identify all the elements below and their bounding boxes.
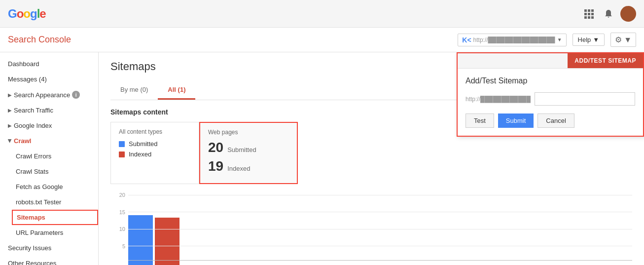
- grid-line-20: 20: [110, 192, 632, 198]
- sidebar-item-sitemaps[interactable]: Sitemaps: [12, 210, 98, 225]
- search-traffic-arrow-icon: ▶: [8, 108, 12, 113]
- popup-btn-bar: ADD/TEST SITEMAP: [458, 53, 643, 69]
- settings-arrow-icon: ▼: [624, 36, 632, 44]
- svg-rect-5: [591, 13, 594, 15]
- sidebar: Dashboard Messages (4) ▶ Search Appearan…: [0, 52, 99, 265]
- grid-label-20: 20: [110, 192, 125, 198]
- topbar: Google: [0, 0, 644, 28]
- indexed-label: Indexed: [227, 165, 250, 172]
- site-selector[interactable]: K< http://████████████████ ▼: [458, 34, 566, 46]
- chart-area: 20 15 10 5: [110, 192, 632, 265]
- main-content: Sitemaps By me (0) All (1) Sitemaps cont…: [99, 52, 644, 265]
- site-url: http://████████████████: [473, 37, 555, 43]
- test-button[interactable]: Test: [465, 114, 494, 128]
- settings-button[interactable]: ⚙ ▼: [610, 33, 636, 47]
- submitted-label: Submitted: [227, 146, 256, 153]
- submit-button[interactable]: Submit: [498, 114, 534, 128]
- sidebar-section-search-appearance[interactable]: ▶ Search Appearance i: [0, 87, 98, 103]
- sidebar-item-search-appearance-label: Search Appearance: [14, 91, 70, 99]
- cancel-button[interactable]: Cancel: [537, 114, 574, 128]
- svg-rect-7: [588, 16, 590, 19]
- bar-group-web: [128, 215, 179, 265]
- gear-icon: ⚙: [615, 35, 622, 44]
- legend-title: All content types: [119, 128, 191, 135]
- sidebar-item-url-parameters[interactable]: URL Parameters: [12, 225, 98, 240]
- sidebar-item-google-index-label: Google Index: [14, 122, 52, 129]
- popup-title: Add/Test Sitemap: [465, 76, 635, 85]
- add-test-sitemap-popup: ADD/TEST SITEMAP Add/Test Sitemap http:/…: [457, 52, 644, 137]
- indexed-color-dot: [119, 151, 125, 157]
- bar-submitted: [128, 215, 153, 265]
- subheader: Search Console K< http://███████████████…: [0, 28, 644, 52]
- submitted-count: 20: [208, 140, 223, 155]
- bar-indexed: [155, 218, 179, 265]
- popup-url-prefix: http://████████████: [465, 96, 531, 103]
- svg-rect-3: [584, 13, 587, 15]
- popup-actions: Test Submit Cancel: [465, 114, 635, 128]
- popup-add-test-button[interactable]: ADD/TEST SITEMAP: [568, 53, 643, 68]
- popup-content: Add/Test Sitemap http://████████████ Tes…: [458, 69, 643, 136]
- help-label: Help: [578, 36, 591, 43]
- google-index-arrow-icon: ▶: [8, 123, 12, 128]
- sitemap-url-input[interactable]: [535, 92, 635, 106]
- svg-rect-4: [588, 13, 590, 15]
- legend-submitted-label: Submitted: [129, 140, 158, 148]
- help-arrow-icon: ▼: [593, 36, 599, 43]
- crawl-arrow-icon: ▶: [7, 139, 13, 143]
- sidebar-item-crawl-stats[interactable]: Crawl Stats: [12, 164, 98, 179]
- legend-indexed-label: Indexed: [129, 151, 151, 158]
- legend-item-indexed: Indexed: [119, 151, 191, 158]
- search-appearance-info-icon: i: [72, 91, 80, 99]
- submitted-color-dot: [119, 141, 125, 147]
- help-button[interactable]: Help ▼: [572, 34, 605, 46]
- popup-input-row: http://████████████: [465, 92, 635, 106]
- svg-rect-1: [588, 9, 590, 12]
- svg-rect-2: [591, 9, 594, 12]
- google-logo: Google: [8, 7, 46, 21]
- chart-bars: [110, 201, 632, 265]
- sidebar-section-google-index[interactable]: ▶ Google Index: [0, 118, 98, 133]
- app-title: Search Console: [8, 35, 71, 45]
- stats-card: Web pages 20 Submitted 19 Indexed: [199, 122, 298, 184]
- sidebar-section-crawl[interactable]: ▶ Crawl: [0, 133, 98, 149]
- legend-item-submitted: Submitted: [119, 140, 191, 148]
- sidebar-item-robots-tester[interactable]: robots.txt Tester: [12, 194, 98, 210]
- main-layout: Dashboard Messages (4) ▶ Search Appearan…: [0, 52, 644, 265]
- svg-rect-8: [591, 16, 594, 19]
- notifications-icon[interactable]: [601, 6, 616, 22]
- search-appearance-arrow-icon: ▶: [8, 92, 12, 98]
- stats-card-title: Web pages: [208, 129, 289, 136]
- tab-all[interactable]: All (1): [158, 81, 195, 100]
- grid-rule: [128, 195, 632, 195]
- sidebar-section-search-traffic[interactable]: ▶ Search Traffic: [0, 103, 98, 118]
- svg-rect-6: [584, 16, 587, 19]
- stat-row-indexed: 19 Indexed: [208, 158, 289, 174]
- sidebar-item-fetch-as-google[interactable]: Fetch as Google: [12, 179, 98, 194]
- sidebar-item-search-traffic-label: Search Traffic: [14, 107, 53, 114]
- legend-card: All content types Submitted Indexed: [110, 122, 199, 184]
- svg-rect-0: [584, 9, 587, 12]
- user-avatar[interactable]: [620, 6, 636, 22]
- tab-by-me[interactable]: By me (0): [110, 81, 158, 100]
- topbar-right: [581, 6, 636, 22]
- indexed-count: 19: [208, 158, 223, 174]
- stat-row-submitted: 20 Submitted: [208, 140, 289, 155]
- sidebar-item-other-resources[interactable]: Other Resources: [0, 256, 98, 265]
- apps-icon[interactable]: [581, 6, 597, 22]
- site-selector-prefix: K<: [462, 36, 471, 44]
- sidebar-item-crawl-errors[interactable]: Crawl Errors: [12, 149, 98, 164]
- sidebar-item-crawl-label: Crawl: [14, 137, 31, 145]
- crawl-subsection: Crawl Errors Crawl Stats Fetch as Google…: [0, 149, 98, 240]
- sidebar-item-messages[interactable]: Messages (4): [0, 72, 98, 87]
- sidebar-item-dashboard[interactable]: Dashboard: [0, 56, 98, 72]
- sidebar-item-security-issues[interactable]: Security Issues: [0, 240, 98, 256]
- site-selector-arrow: ▼: [557, 37, 562, 42]
